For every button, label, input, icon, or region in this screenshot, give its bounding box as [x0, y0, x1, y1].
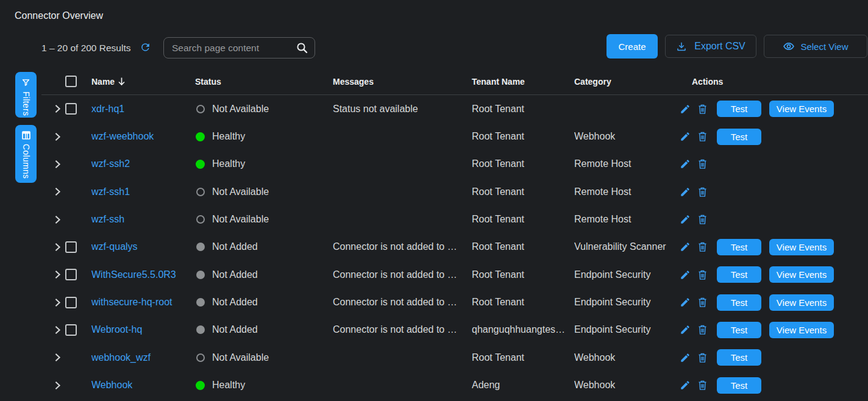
tenant-name-text: Root Tenant: [472, 352, 574, 363]
delete-button[interactable]: [696, 269, 708, 281]
edit-button[interactable]: [679, 296, 691, 308]
download-icon: [676, 41, 687, 52]
delete-button[interactable]: [696, 130, 708, 143]
edit-button[interactable]: [679, 130, 691, 143]
edit-button[interactable]: [679, 352, 691, 364]
row-checkbox[interactable]: [65, 103, 77, 115]
category-text: Endpoint Security: [574, 269, 677, 280]
connector-name-link[interactable]: wzf-weebhook: [91, 131, 154, 141]
export-csv-button[interactable]: Export CSV: [665, 35, 756, 58]
row-checkbox[interactable]: [65, 241, 77, 253]
expand-row-chevron-icon[interactable]: [54, 298, 61, 307]
edit-button[interactable]: [679, 324, 691, 336]
edit-button[interactable]: [679, 379, 691, 391]
status-text: Not Available: [212, 214, 269, 225]
edit-button[interactable]: [679, 103, 691, 115]
delete-button[interactable]: [696, 296, 708, 308]
view-events-button[interactable]: View Events: [769, 322, 834, 338]
view-events-button[interactable]: View Events: [769, 294, 834, 311]
table-row: wzf-ssh2 Healthy Root Tenant Remote Host: [41, 151, 868, 178]
tenant-name-text: Root Tenant: [472, 158, 574, 169]
test-button[interactable]: Test: [717, 129, 761, 145]
select-view-button[interactable]: Select View: [764, 35, 867, 58]
columns-tab[interactable]: Columns: [15, 125, 37, 183]
expand-row-chevron-icon[interactable]: [54, 353, 61, 362]
delete-button[interactable]: [696, 352, 708, 364]
expand-row-chevron-icon[interactable]: [54, 104, 61, 113]
status-text: Healthy: [212, 158, 245, 169]
table-row: withsecure-hq-root Not Added Connector i…: [41, 288, 868, 316]
select-view-label: Select View: [800, 41, 848, 52]
connector-name-link[interactable]: wzf-ssh1: [91, 186, 130, 197]
test-button[interactable]: Test: [717, 266, 761, 283]
expand-row-chevron-icon[interactable]: [54, 215, 61, 224]
column-header-tenant[interactable]: Tenant Name: [472, 77, 574, 87]
column-header-status[interactable]: Status: [195, 77, 333, 87]
filters-tab[interactable]: Filters: [15, 72, 37, 118]
row-checkbox[interactable]: [65, 324, 77, 336]
delete-button[interactable]: [696, 158, 708, 170]
status-dot: [196, 243, 205, 251]
search-box: [163, 37, 315, 59]
test-button[interactable]: Test: [717, 101, 761, 117]
edit-button[interactable]: [679, 241, 691, 253]
column-header-name[interactable]: Name: [91, 77, 195, 87]
connector-name-link[interactable]: Webroot-hq: [91, 324, 142, 335]
status-dot: [196, 298, 205, 307]
view-events-button[interactable]: View Events: [769, 101, 834, 117]
connector-name-link[interactable]: webhook_wzf: [91, 352, 151, 363]
message-text: Status not available: [333, 104, 472, 115]
category-text: Webhook: [574, 352, 677, 363]
search-icon: [296, 42, 315, 54]
connector-name-link[interactable]: wzf-ssh2: [91, 158, 130, 169]
delete-button[interactable]: [696, 241, 708, 253]
column-header-messages[interactable]: Messages: [333, 77, 472, 87]
connector-name-link[interactable]: withsecure-hq-root: [91, 297, 173, 307]
tenant-name-text: Root Tenant: [472, 186, 574, 197]
status-dot: [196, 188, 205, 196]
expand-row-chevron-icon[interactable]: [54, 325, 61, 335]
connector-name-link[interactable]: xdr-hq1: [91, 104, 124, 114]
status-text: Not Available: [212, 186, 269, 197]
connector-name-link[interactable]: wzf-qualys: [91, 241, 138, 252]
status-text: Not Added: [212, 241, 258, 252]
expand-row-chevron-icon[interactable]: [54, 243, 61, 252]
search-input[interactable]: [164, 38, 296, 58]
delete-button[interactable]: [696, 324, 708, 336]
table-row: xdr-hq1 Not Available Status not availab…: [41, 95, 868, 122]
expand-row-chevron-icon[interactable]: [54, 381, 61, 390]
expand-row-chevron-icon[interactable]: [54, 160, 61, 169]
table-row: wzf-ssh Not Available Root Tenant Remote…: [41, 205, 868, 233]
test-button[interactable]: Test: [717, 349, 761, 366]
expand-row-chevron-icon[interactable]: [54, 187, 61, 196]
delete-button[interactable]: [696, 186, 708, 198]
delete-button[interactable]: [696, 103, 708, 115]
edit-button[interactable]: [679, 213, 691, 225]
column-header-category[interactable]: Category: [574, 77, 677, 87]
test-button[interactable]: Test: [717, 239, 761, 255]
test-button[interactable]: Test: [717, 294, 761, 311]
tenant-name-text: Adeng: [472, 380, 574, 391]
status-dot: [196, 271, 205, 279]
row-checkbox[interactable]: [65, 297, 77, 308]
edit-button[interactable]: [679, 269, 691, 281]
expand-row-chevron-icon[interactable]: [54, 270, 61, 279]
category-text: Webhook: [574, 131, 677, 142]
select-all-checkbox[interactable]: [65, 76, 77, 87]
refresh-button[interactable]: [139, 42, 151, 54]
delete-button[interactable]: [696, 379, 708, 391]
connector-name-link[interactable]: Webhook: [91, 380, 132, 390]
status-text: Not Added: [212, 297, 258, 308]
view-events-button[interactable]: View Events: [769, 239, 834, 255]
test-button[interactable]: Test: [717, 377, 761, 394]
edit-button[interactable]: [679, 158, 691, 170]
create-button[interactable]: Create: [607, 34, 658, 59]
connector-name-link[interactable]: wzf-ssh: [91, 214, 124, 224]
row-checkbox[interactable]: [65, 269, 77, 280]
connector-name-link[interactable]: WithSecure5.5.0R3: [91, 269, 176, 280]
edit-button[interactable]: [679, 186, 691, 198]
expand-row-chevron-icon[interactable]: [54, 132, 61, 141]
test-button[interactable]: Test: [717, 322, 761, 338]
delete-button[interactable]: [696, 213, 708, 225]
view-events-button[interactable]: View Events: [769, 266, 834, 283]
